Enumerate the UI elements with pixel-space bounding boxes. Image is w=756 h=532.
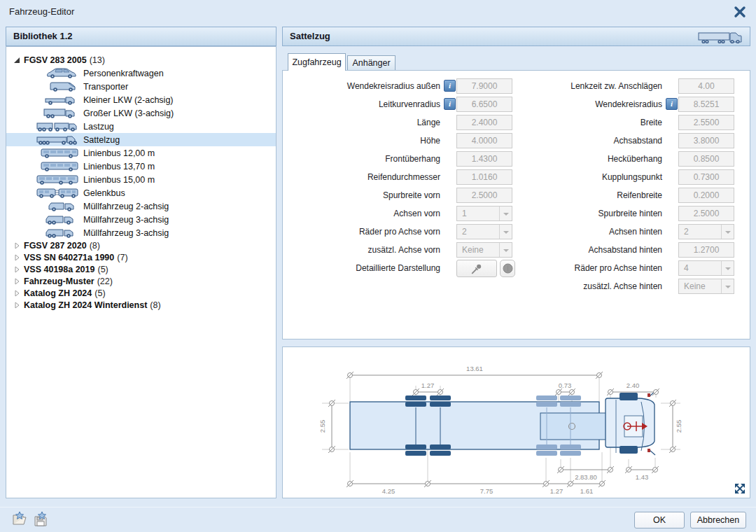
tree-root-fahrzeug-muster[interactable]: Fahrzeug-Muster(22) [6, 275, 276, 287]
tree-item-label: Kleiner LKW (2-achsig) [83, 95, 174, 105]
select-zus-tzl-achse-hinten[interactable]: Keine [678, 279, 734, 294]
ok-button[interactable]: OK [634, 512, 685, 528]
close-icon[interactable] [734, 6, 746, 18]
truck-trailer-icon [6, 120, 83, 132]
fahrzeug-editor-dialog: Fahrzeug-Editor Bibliothek 1.2 Sattelzug… [0, 0, 756, 532]
select-value: 1 [462, 206, 467, 220]
field-label-wendekreisradius-au-en: Wendekreisradius außen [283, 81, 440, 91]
collapsed-triangle-icon[interactable] [13, 302, 20, 309]
collapsed-triangle-icon[interactable] [13, 254, 20, 261]
input-breite[interactable]: 2.5500 [678, 115, 734, 130]
tree-root-vss-sn-640271a-1990[interactable]: VSS SN 640271a 1990(7) [6, 251, 276, 263]
info-icon[interactable]: i [444, 98, 456, 110]
select-r-der-pro-achse-hinten[interactable]: 4 [678, 260, 734, 276]
window-title: Fahrzeug-Editor [9, 6, 74, 17]
input-wendekreisradius[interactable]: 8.5251 [678, 97, 734, 112]
tab-zugfahrzeug[interactable]: Zugfahrzeug [288, 53, 346, 71]
tree-item-label: Müllfahrzeug 2-achsig [83, 202, 169, 211]
input-achsabstand-hinten[interactable]: 1.2700 [678, 242, 734, 258]
tree-item-label: Lastzug [83, 122, 114, 132]
dim-overlap: 2.83.80 [575, 473, 597, 481]
dialog-footer: OK Abbrechen [0, 507, 756, 532]
tree-item-m-llfahrzeug-2-achsig[interactable]: Müllfahrzeug 2-achsig [6, 200, 276, 213]
field-label-achsen-hinten: Achsen hinten [493, 227, 662, 237]
cancel-button[interactable]: Abbrechen [690, 512, 746, 528]
tree-item-kleiner-lkw-2-achsig-[interactable]: Kleiner LKW (2-achsig) [6, 93, 276, 106]
info-icon[interactable]: i [666, 98, 678, 110]
tree-root-katalog-zh-2024[interactable]: Katalog ZH 2024(5) [6, 287, 276, 299]
save-favorite-icon[interactable] [32, 511, 49, 528]
input-spurbreite-hinten[interactable]: 2.5000 [678, 206, 734, 221]
field-label-leitkurvenradius: Leitkurvenradius [283, 99, 440, 109]
semitrailer-icon [6, 134, 83, 146]
open-favorites-icon[interactable] [11, 511, 28, 528]
tree-item-gro-er-lkw-3-achsig-[interactable]: Großer LKW (3-achsig) [6, 106, 276, 120]
field-label-breite: Breite [493, 118, 662, 127]
field-label-kupplungspunkt: Kupplungspunkt [493, 172, 662, 182]
info-icon[interactable]: i [444, 80, 456, 92]
vehicle-drawing-panel: 13.61 1.27 0.73 2.40 2.55 2.55 2.83.80 1… [282, 346, 750, 498]
van-icon [6, 80, 83, 92]
tree-root-vss-40198a-2019[interactable]: VSS 40198a 2019(5) [6, 263, 276, 275]
tractor-cab [606, 391, 655, 455]
input-kupplungspunkt[interactable]: 0.7300 [678, 169, 734, 185]
field-label-lenkzeit-zw-anschl-gen: Lenkzeit zw. Anschlägen [493, 81, 662, 91]
collapsed-triangle-icon[interactable] [13, 266, 20, 273]
input-achsabstand[interactable]: 3.8000 [678, 133, 734, 148]
tree-item-label: Linienbus 13,70 m [83, 162, 155, 172]
small-truck-icon [6, 94, 83, 106]
field-label-spurbreite-vorn: Spurbreite vorn [283, 190, 440, 200]
field-label-r-der-pro-achse-hinten: Räder pro Achse hinten [493, 263, 662, 273]
tree-item-linienbus-15-00-m[interactable]: Linienbus 15,00 m [6, 173, 276, 186]
chevron-down-icon[interactable] [721, 261, 734, 275]
tree-root-label: VSS SN 640271a 1990 [24, 253, 114, 262]
garbage-truck-3axle-icon [6, 227, 83, 239]
tree-root-count: (13) [90, 55, 105, 65]
collapsed-triangle-icon[interactable] [13, 278, 20, 285]
field-label-achsen-vorn: Achsen vorn [283, 209, 440, 218]
select-value: 2 [462, 225, 467, 239]
field-label-spurbreite-hinten: Spurbreite hinten [493, 209, 662, 218]
tree-item-transporter[interactable]: Transporter [6, 80, 276, 93]
input-reifenbreite[interactable]: 0.2000 [678, 188, 734, 203]
tree-root-count: (22) [97, 276, 113, 286]
field-label-front-berhang: Frontüberhang [283, 154, 440, 164]
semitrailer-side-icon [698, 29, 743, 46]
tree-item-m-llfahrzeug-3-achsig[interactable]: Müllfahrzeug 3-achsig [6, 213, 276, 226]
tree-root-fgsv-283-2005[interactable]: FGSV 283 2005(13) [6, 53, 276, 66]
tree-item-label: Linienbus 12,00 m [83, 148, 155, 158]
tree-item-personenkraftwagen[interactable]: Personenkraftwagen [6, 66, 276, 80]
tree-root-label: Fahrzeug-Muster [24, 276, 94, 286]
chevron-down-icon[interactable] [721, 279, 734, 293]
large-truck-icon [6, 107, 83, 119]
maximize-icon[interactable] [734, 482, 746, 495]
field-label-zus-tzl-achse-hinten: zusätzl. Achse hinten [493, 281, 662, 291]
tree-item-lastzug[interactable]: Lastzug [6, 120, 276, 133]
chevron-down-icon[interactable] [721, 225, 734, 239]
tree-root-label: VSS 40198a 2019 [24, 265, 94, 274]
tree-root-label: Katalog ZH 2024 [24, 288, 92, 298]
collapsed-triangle-icon[interactable] [13, 290, 20, 297]
pipette-button[interactable] [456, 260, 497, 277]
tree-item-gelenkbus[interactable]: Gelenkbus [6, 186, 276, 200]
garbage-truck-3axle-icon [6, 214, 83, 225]
collapsed-triangle-icon[interactable] [13, 242, 20, 249]
expanded-triangle-icon[interactable] [13, 57, 20, 64]
tree-root-katalog-zh-2024-winterdienst[interactable]: Katalog ZH 2024 Winterdienst(8) [6, 299, 276, 311]
dim-cab-length: 2.40 [626, 382, 640, 389]
tree-root-fgsv-287-2020[interactable]: FGSV 287 2020(8) [6, 239, 276, 251]
field-label-reifenbreite: Reifenbreite [493, 190, 662, 200]
vehicle-plan-drawing: 13.61 1.27 0.73 2.40 2.55 2.55 2.83.80 1… [283, 347, 750, 498]
tree-item-linienbus-13-70-m[interactable]: Linienbus 13,70 m [6, 160, 276, 173]
car-icon [6, 67, 83, 79]
tree-item-m-llfahrzeug-3-achsig[interactable]: Müllfahrzeug 3-achsig [6, 226, 276, 239]
input-heck-berhang[interactable]: 0.8500 [678, 151, 734, 167]
tab-anhaenger[interactable]: Anhänger [347, 55, 396, 70]
tree-item-sattelzug[interactable]: Sattelzug [6, 133, 276, 146]
select-achsen-hinten[interactable]: 2 [678, 224, 734, 239]
tree-root-count: (5) [97, 265, 108, 274]
tree-item-linienbus-12-00-m[interactable]: Linienbus 12,00 m [6, 146, 276, 160]
dim-rear-overhang: 4.25 [382, 487, 396, 495]
tree-item-label: Sattelzug [83, 135, 120, 145]
input-lenkzeit-zw-anschl-gen[interactable]: 4.00 [678, 78, 734, 94]
